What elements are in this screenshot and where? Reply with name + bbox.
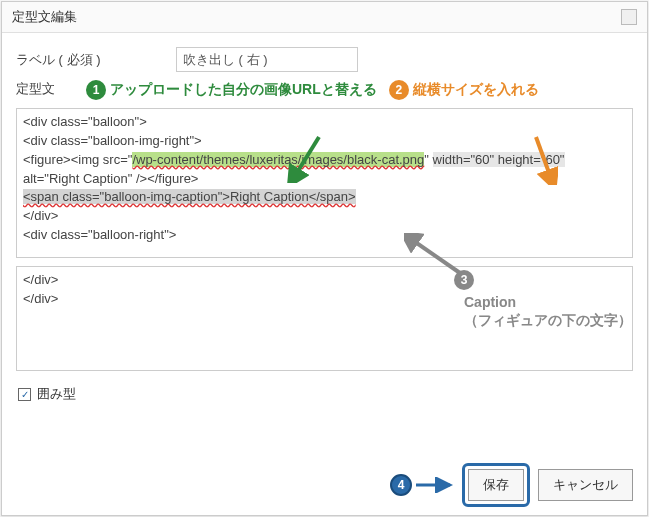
enclose-label: 囲み型: [37, 385, 76, 403]
annotation-2: 2 縦横サイズを入れる: [389, 80, 539, 100]
code-caption-highlight: <span class="balloon-img-caption">Right …: [23, 189, 356, 204]
code-l5: <span class="balloon-img-caption">Right …: [23, 189, 356, 204]
dialog-title: 定型文編集: [12, 8, 77, 26]
code-l3a: <figure><img src=": [23, 152, 132, 167]
titlebar: 定型文編集: [2, 2, 647, 33]
body-row: 定型文 1 アップロードした自分の画像URLと替える 2 縦横サイズを入れる: [16, 80, 633, 100]
label-field-label: ラベル ( 必須 ): [16, 51, 176, 69]
annotation-1-text: アップロードした自分の画像URLと替える: [110, 81, 377, 99]
caption-note: Caption （フィギュアの下の文字）: [464, 293, 632, 329]
body-field-label: 定型文: [16, 80, 74, 98]
code-size-highlight: width="60" height="60": [433, 152, 565, 167]
code-b1: </div>: [23, 272, 58, 287]
code-l7: <div class="balloon-right">: [23, 227, 176, 242]
code-l6: </div>: [23, 208, 58, 223]
enclose-checkbox[interactable]: ✓: [18, 388, 31, 401]
label-input[interactable]: [176, 47, 358, 72]
arrow-blue-icon: [414, 477, 454, 493]
code-l4: alt="Right Caption" /></figure>: [23, 171, 198, 186]
close-icon[interactable]: [621, 9, 637, 25]
caption-note-title: Caption: [464, 293, 632, 311]
code-l2: <div class="balloon-img-right">: [23, 133, 202, 148]
cancel-button[interactable]: キャンセル: [538, 469, 633, 501]
code-url-highlight: /wp-content/themes/luxeritas/images/blac…: [132, 152, 424, 167]
save-button-highlight: 保存: [462, 463, 530, 507]
code-b2: </div>: [23, 291, 58, 306]
save-button[interactable]: 保存: [468, 469, 524, 501]
enclose-row: ✓ 囲み型: [16, 385, 633, 403]
badge-3: 3: [454, 270, 474, 290]
annotation-1: 1 アップロードした自分の画像URLと替える: [86, 80, 377, 100]
dialog: 定型文編集 ラベル ( 必須 ) 定型文 1 アップロードした自分の画像URLと…: [1, 1, 648, 516]
template-top-textarea[interactable]: <div class="balloon"> <div class="balloo…: [16, 108, 633, 258]
code-l1: <div class="balloon">: [23, 114, 147, 129]
caption-note-sub: （フィギュアの下の文字）: [464, 311, 632, 329]
dialog-footer: 4 保存 キャンセル: [390, 463, 633, 507]
badge-4: 4: [390, 474, 412, 496]
label-row: ラベル ( 必須 ): [16, 47, 633, 72]
code-l3c: ": [424, 152, 432, 167]
dialog-content: ラベル ( 必須 ) 定型文 1 アップロードした自分の画像URLと替える 2 …: [2, 33, 647, 403]
badge-1: 1: [86, 80, 106, 100]
annotation-2-text: 縦横サイズを入れる: [413, 81, 539, 99]
badge-2: 2: [389, 80, 409, 100]
